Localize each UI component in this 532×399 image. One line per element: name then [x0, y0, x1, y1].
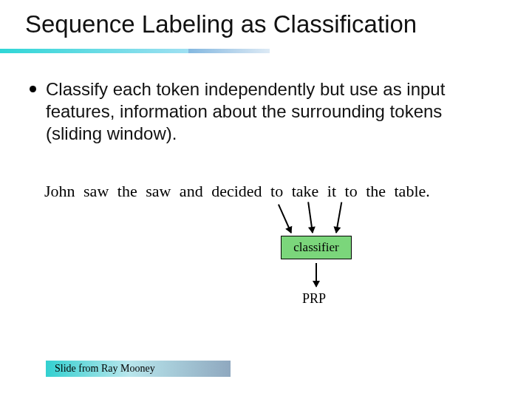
- example-sentence: John saw the saw and decided to take it …: [44, 182, 430, 201]
- title-underline-left: [0, 49, 188, 53]
- arrow-input-right: [335, 202, 342, 233]
- bullet-dot-icon: [30, 86, 36, 92]
- title-underline-right: [188, 49, 270, 53]
- classifier-label: classifier: [293, 240, 338, 255]
- bullet-item: Classify each token independently but us…: [46, 78, 502, 145]
- arrow-input-left: [278, 204, 292, 233]
- bullet-text: Classify each token independently but us…: [46, 79, 445, 143]
- arrow-input-center: [307, 202, 313, 233]
- output-tag: PRP: [302, 291, 326, 307]
- classifier-box: classifier: [281, 236, 352, 259]
- footer-attribution: Slide from Ray Mooney: [46, 361, 231, 377]
- footer-text: Slide from Ray Mooney: [55, 363, 155, 375]
- slide-title: Sequence Labeling as Classification: [25, 10, 417, 38]
- arrow-output: [316, 263, 317, 287]
